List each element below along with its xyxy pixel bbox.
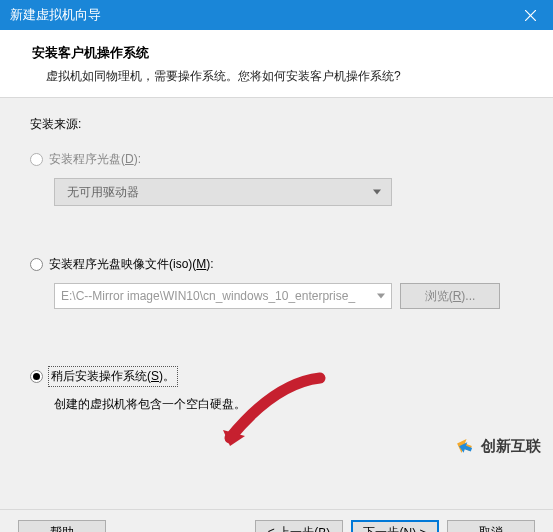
close-button[interactable] (507, 0, 553, 30)
wizard-header: 安装客户机操作系统 虚拟机如同物理机，需要操作系统。您将如何安装客户机操作系统? (0, 30, 553, 98)
radio-icon (30, 370, 43, 383)
window-titlebar: 新建虚拟机向导 (0, 0, 553, 30)
radio-later-label: 稍后安装操作系统(S)。 (49, 367, 177, 386)
watermark: 创新互联 (453, 435, 541, 457)
watermark-logo-icon (453, 435, 475, 457)
wizard-content: 安装来源: 安装程序光盘(D): 无可用驱动器 安装程序光盘映像文件(iso)(… (0, 98, 553, 509)
later-description: 创建的虚拟机将包含一个空白硬盘。 (54, 396, 523, 413)
drive-dropdown-text: 无可用驱动器 (67, 184, 139, 201)
radio-disc-label: 安装程序光盘(D): (49, 151, 141, 168)
install-source-label: 安装来源: (30, 116, 523, 133)
wizard-footer: 帮助 < 上一步(B) 下一步(N) > 取消 (0, 509, 553, 532)
header-subtitle: 虚拟机如同物理机，需要操作系统。您将如何安装客户机操作系统? (32, 68, 529, 85)
iso-path-input: E:\C--Mirror image\WIN10\cn_windows_10_e… (54, 283, 392, 309)
radio-icon (30, 258, 43, 271)
cancel-button[interactable]: 取消 (447, 520, 535, 533)
radio-option-later[interactable]: 稍后安装操作系统(S)。 (30, 367, 523, 386)
drive-dropdown: 无可用驱动器 (54, 178, 392, 206)
radio-icon (30, 153, 43, 166)
radio-option-iso[interactable]: 安装程序光盘映像文件(iso)(M): (30, 256, 523, 273)
radio-iso-label: 安装程序光盘映像文件(iso)(M): (49, 256, 214, 273)
header-title: 安装客户机操作系统 (32, 44, 529, 62)
radio-option-disc: 安装程序光盘(D): (30, 151, 523, 168)
watermark-text: 创新互联 (481, 437, 541, 456)
next-button[interactable]: 下一步(N) > (351, 520, 439, 533)
window-title: 新建虚拟机向导 (10, 6, 101, 24)
help-button[interactable]: 帮助 (18, 520, 106, 533)
back-button[interactable]: < 上一步(B) (255, 520, 343, 533)
browse-button: 浏览(R)... (400, 283, 500, 309)
close-icon (525, 10, 536, 21)
